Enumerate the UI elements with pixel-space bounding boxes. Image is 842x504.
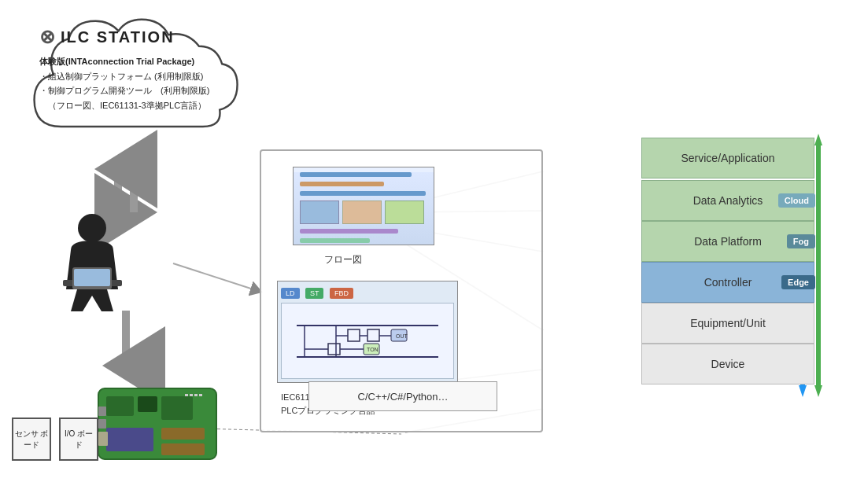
sensor-board: センサ ボード xyxy=(12,418,51,461)
svg-marker-19 xyxy=(814,134,822,145)
bullet1: ・組込制御プラットフォーム (利用制限版) xyxy=(39,69,244,84)
plc-screenshot: LD ST FBD xyxy=(277,281,458,383)
svg-rect-47 xyxy=(367,329,379,341)
layer-analytics-label: Data Analytics xyxy=(693,194,763,207)
svg-rect-35 xyxy=(185,394,188,396)
svg-rect-31 xyxy=(161,396,193,420)
svg-rect-32 xyxy=(106,428,153,451)
svg-rect-27 xyxy=(74,269,110,286)
svg-rect-46 xyxy=(348,329,360,341)
flow-label: フロー図 xyxy=(324,253,362,267)
svg-rect-34 xyxy=(161,443,205,455)
cloud-shape: ⊗ ILC STATION 体験版(INTAconnection Trial P… xyxy=(16,12,260,157)
svg-rect-40 xyxy=(98,419,106,429)
svg-line-10 xyxy=(173,263,258,291)
layer-service-label: Service/Application xyxy=(681,152,774,164)
logo-icon: ⊗ xyxy=(39,26,56,48)
layer-equipment-label: Equipment/Unit xyxy=(690,317,766,329)
trial-title: 体験版(INTAconnection Trial Package) xyxy=(39,54,244,69)
layer-service: Service/Application xyxy=(641,138,814,178)
svg-text:OUT: OUT xyxy=(396,333,408,339)
svg-rect-33 xyxy=(161,428,205,440)
logo-text: ILC STATION xyxy=(61,28,175,46)
flow-screenshot xyxy=(293,167,434,245)
layer-device-label: Device xyxy=(711,358,745,370)
cloud-content: ⊗ ILC STATION 体験版(INTAconnection Trial P… xyxy=(39,26,244,113)
cloud-logo: ⊗ ILC STATION xyxy=(39,26,244,48)
svg-point-24 xyxy=(78,214,106,242)
io-board: I/O ボード xyxy=(59,418,98,461)
edge-badge: Edge xyxy=(781,275,815,289)
svg-text:TON: TON xyxy=(367,347,379,352)
layer-controller-label: Controller xyxy=(704,276,752,289)
svg-rect-39 xyxy=(98,407,106,416)
diagram-container: ⊗ ILC STATION 体験版(INTAconnection Trial P… xyxy=(0,0,842,504)
svg-marker-20 xyxy=(814,385,822,397)
layer-equipment: Equipment/Unit xyxy=(641,303,814,344)
center-box: フロー図 LD ST FBD xyxy=(260,149,543,432)
svg-rect-38 xyxy=(199,394,202,396)
svg-rect-30 xyxy=(138,396,157,412)
svg-rect-36 xyxy=(190,394,193,396)
layer-platform-label: Data Platform xyxy=(694,235,762,248)
bullet3: （フロー図、IEC61131-3準拠PLC言語） xyxy=(39,98,244,113)
svg-rect-54 xyxy=(328,344,340,355)
raspberry-pi-icon xyxy=(94,384,220,463)
svg-rect-29 xyxy=(106,396,134,416)
tab-ld-label: LD xyxy=(281,288,300,299)
layers-container: Service/Application Data Analytics Cloud… xyxy=(641,138,814,384)
svg-rect-37 xyxy=(194,394,198,396)
fog-badge: Fog xyxy=(787,234,815,248)
bullet2: ・制御プログラム開発ツール (利用制限版) xyxy=(39,83,244,98)
cloud-description: 体験版(INTAconnection Trial Package) ・組込制御プ… xyxy=(39,54,244,113)
layer-controller: Controller Edge xyxy=(641,262,814,303)
layer-analytics: Data Analytics Cloud xyxy=(641,180,814,221)
tab-fbd-label: FBD xyxy=(330,288,353,299)
cloud-badge: Cloud xyxy=(778,193,815,208)
layer-platform: Data Platform Fog xyxy=(641,221,814,262)
svg-marker-23 xyxy=(799,385,807,397)
person-icon xyxy=(47,211,138,313)
layer-device: Device xyxy=(641,344,814,384)
plc-mock-content: OUT TON xyxy=(281,303,454,379)
cpp-box: C/C++/C#/Python… xyxy=(308,381,497,411)
tab-st-label: ST xyxy=(305,288,324,299)
svg-rect-41 xyxy=(98,432,108,446)
